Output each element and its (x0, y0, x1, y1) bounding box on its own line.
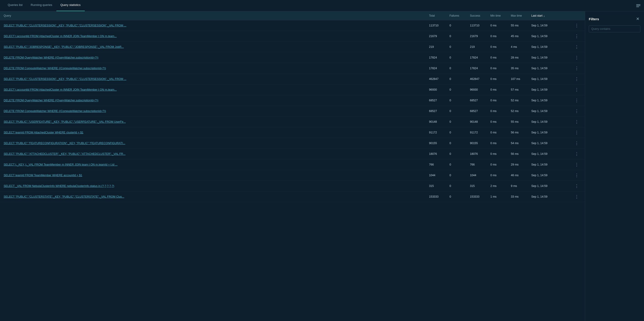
filters-panel: Filters ✕ (585, 11, 644, 321)
cell-min_time: 0 ms (490, 35, 511, 38)
cell-max_time: 52 ms (511, 109, 531, 113)
query-text[interactable]: DELETE FROM QueryWatcher WHERE ((QueryWa… (4, 56, 429, 59)
row-menu-cell: ⋮ (572, 162, 581, 168)
row-menu-button[interactable]: ⋮ (573, 55, 580, 61)
query-text[interactable]: SELECT t._KEY, t._VAL FROM TeamMember m … (4, 163, 429, 166)
cell-total: 21679 (429, 35, 450, 38)
table-row: DELETE FROM QueryWatcher WHERE ((QueryWa… (0, 52, 585, 63)
cell-min_time: 0 ms (490, 67, 511, 70)
tab-query-statistics[interactable]: Query statistics (56, 0, 85, 11)
cell-failures: 0 (450, 174, 470, 177)
cell-min_time: 0 ms (490, 24, 511, 27)
cell-max_time: 55 ms (511, 120, 531, 123)
query-text[interactable]: SELECT t.accountId FROM AttachedCluster … (4, 35, 429, 38)
cell-max_time: 46 ms (511, 174, 531, 177)
cell-total: 91172 (429, 131, 450, 134)
cell-max_time: 107 ms (511, 77, 531, 81)
row-menu-button[interactable]: ⋮ (573, 97, 580, 103)
query-text[interactable]: SELECT "PUBLIC"."USERFEATURE"._KEY, "PUB… (4, 120, 429, 123)
cell-success: 68527 (470, 99, 490, 102)
cell-min_time: 0 ms (490, 174, 511, 177)
cell-max_time: 29 ms (511, 163, 531, 166)
row-menu-button[interactable]: ⋮ (573, 33, 580, 39)
row-menu-cell: ⋮ (572, 183, 581, 189)
cell-failures: 0 (450, 24, 470, 27)
cell-total: 68527 (429, 99, 450, 102)
row-menu-button[interactable]: ⋮ (573, 65, 580, 71)
cell-last_start: Sep 1, 14:59 (531, 142, 572, 145)
row-menu-button[interactable]: ⋮ (573, 23, 580, 29)
query-text[interactable]: DELETE FROM ComputeWatcher WHERE ((Compu… (4, 109, 429, 113)
row-menu-cell: ⋮ (572, 23, 581, 29)
sort-down-icon: ↓ (543, 14, 546, 17)
cell-success: 17824 (470, 67, 490, 70)
tab-running-queries[interactable]: Running queries (26, 0, 56, 11)
query-text[interactable]: SELECT _VAL FROM NebulaClusterInfo WHERE… (4, 184, 429, 188)
query-text[interactable]: SELECT "PUBLIC"."JOBRESPONSE"._KEY, "PUB… (4, 45, 429, 49)
cell-max_time: 55 ms (511, 24, 531, 27)
row-menu-cell: ⋮ (572, 65, 581, 71)
table-header: QueryTotalFailuresSuccessMin timeMax tim… (0, 11, 585, 20)
row-menu-button[interactable]: ⋮ (573, 87, 580, 93)
query-text[interactable]: SELECT teamId FROM TeamMember WHERE acco… (4, 174, 429, 177)
cell-max_time: 35 ms (511, 67, 531, 70)
cell-failures: 0 (450, 152, 470, 155)
cell-failures: 0 (450, 131, 470, 134)
cell-last_start: Sep 1, 14:59 (531, 88, 572, 91)
th-max_time: Max time (511, 14, 531, 17)
row-menu-button[interactable]: ⋮ (573, 172, 580, 178)
th-query: Query (4, 14, 429, 17)
cell-last_start: Sep 1, 14:59 (531, 184, 572, 188)
top-bar: Queries listRunning queriesQuery statist… (0, 0, 644, 11)
row-menu-button[interactable]: ⋮ (573, 129, 580, 135)
row-menu-button[interactable]: ⋮ (573, 119, 580, 125)
cell-min_time: 0 ms (490, 88, 511, 91)
row-menu-button[interactable]: ⋮ (573, 140, 580, 146)
cell-last_start: Sep 1, 14:59 (531, 174, 572, 177)
query-text[interactable]: DELETE FROM QueryWatcher WHERE ((QueryWa… (4, 99, 429, 102)
filters-header: Filters ✕ (589, 16, 640, 22)
cell-failures: 0 (450, 142, 470, 145)
cell-total: 90148 (429, 120, 450, 123)
cell-last_start: Sep 1, 14:59 (531, 35, 572, 38)
row-menu-button[interactable]: ⋮ (573, 194, 580, 200)
query-text[interactable]: SELECT "PUBLIC"."CLUSTERSTATE"._KEY, "PU… (4, 195, 429, 198)
cell-last_start: Sep 1, 14:59 (531, 131, 572, 134)
cell-total: 18076 (429, 152, 450, 155)
cell-min_time: 0 ms (490, 99, 511, 102)
cell-last_start: Sep 1, 14:59 (531, 109, 572, 113)
cell-success: 21679 (470, 35, 490, 38)
query-text[interactable]: DELETE FROM ComputeWatcher WHERE ((Compu… (4, 67, 429, 70)
query-text[interactable]: SELECT "PUBLIC"."CLUSTERSESSION"._KEY, "… (4, 77, 429, 81)
cell-success: 96930 (470, 88, 490, 91)
query-text[interactable]: SELECT t.accountId FROM AttachedCluster … (4, 88, 429, 91)
query-contains-input[interactable] (589, 26, 640, 32)
cell-max_time: 56 ms (511, 152, 531, 155)
th-last_start[interactable]: Last start ↓ (531, 14, 572, 17)
cell-min_time: 0 ms (490, 163, 511, 166)
query-text[interactable]: SELECT "PUBLIC"."FEATURECONFIGURATION"._… (4, 142, 429, 145)
row-menu-cell: ⋮ (572, 140, 581, 146)
cell-min_time: 0 ms (490, 77, 511, 81)
row-menu-button[interactable]: ⋮ (573, 44, 580, 50)
row-menu-button[interactable]: ⋮ (573, 183, 580, 189)
query-text[interactable]: SELECT "PUBLIC"."CLUSTERSESSION"._KEY, "… (4, 24, 429, 27)
table-row: SELECT t.accountId FROM AttachedCluster … (0, 84, 585, 95)
row-menu-button[interactable]: ⋮ (573, 162, 580, 168)
cell-min_time: 0 ms (490, 152, 511, 155)
tab-queries-list[interactable]: Queries list (4, 0, 26, 11)
row-menu-button[interactable]: ⋮ (573, 76, 580, 82)
th-total: Total (429, 14, 450, 17)
query-text[interactable]: SELECT "PUBLIC"."ATTACHEDCLUSTER"._KEY, … (4, 152, 429, 155)
close-filters-button[interactable]: ✕ (635, 16, 640, 22)
row-menu-cell: ⋮ (572, 108, 581, 114)
cell-total: 17824 (429, 56, 450, 59)
hamburger-icon[interactable] (636, 4, 640, 7)
cell-success: 113710 (470, 24, 490, 27)
cell-success: 18076 (470, 152, 490, 155)
row-menu-button[interactable]: ⋮ (573, 108, 580, 114)
query-text[interactable]: SELECT teamId FROM AttachedCluster WHERE… (4, 131, 429, 134)
row-menu-cell: ⋮ (572, 119, 581, 125)
row-menu-button[interactable]: ⋮ (573, 151, 580, 157)
table-row: SELECT t._KEY, t._VAL FROM TeamMember m … (0, 159, 585, 170)
